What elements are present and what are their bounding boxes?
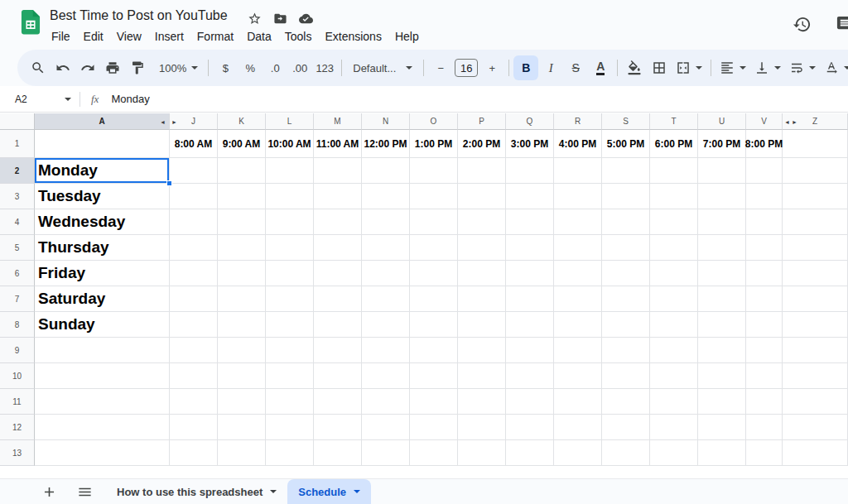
formula-input[interactable]: Monday [111,93,149,105]
cell-Z9[interactable] [783,338,848,363]
cell-A10[interactable] [35,363,170,389]
cell-U9[interactable] [698,338,746,363]
column-header-v[interactable]: V [746,113,783,130]
row-header-2[interactable]: 2 [0,158,35,184]
cell-N2[interactable] [362,158,410,184]
cell-M5[interactable] [314,235,362,261]
text-wrap-button[interactable] [785,55,820,80]
cell-A12[interactable] [35,415,170,440]
more-formats-button[interactable]: 123 [312,55,337,80]
cell-U7[interactable] [698,286,746,312]
cell-K11[interactable] [218,389,266,415]
cell-K8[interactable] [218,312,266,338]
cell-T2[interactable] [650,158,698,184]
sheet-tab-menu-caret-icon[interactable] [270,490,277,493]
cell-M8[interactable] [314,312,362,338]
cell-R5[interactable] [554,235,602,261]
column-header-s[interactable]: S [602,113,650,130]
cell-K7[interactable] [218,286,266,312]
cell-S7[interactable] [602,286,650,312]
cell-U13[interactable] [698,440,746,466]
cell-K9[interactable] [218,338,266,363]
column-header-z[interactable]: Z◄► [783,113,848,130]
cell-K5[interactable] [218,235,266,261]
cell-O12[interactable] [410,415,458,440]
cell-A1[interactable] [35,130,170,158]
cell-R9[interactable] [554,338,602,363]
cell-T6[interactable] [650,261,698,286]
font-size-input[interactable]: 16 [455,59,478,77]
cell-K12[interactable] [218,415,266,440]
cell-P2[interactable] [458,158,506,184]
cell-R12[interactable] [554,415,602,440]
cell-U3[interactable] [698,184,746,209]
cell-T8[interactable] [650,312,698,338]
cell-J9[interactable] [170,338,218,363]
column-header-p[interactable]: P [458,113,506,130]
cell-K4[interactable] [218,209,266,235]
cell-U4[interactable] [698,209,746,235]
column-header-j[interactable]: J► [170,113,218,130]
print-button[interactable] [100,55,125,80]
row-header-8[interactable]: 8 [0,312,35,338]
row-header-1[interactable]: 1 [0,130,35,158]
cell-V5[interactable] [746,235,783,261]
cell-P8[interactable] [458,312,506,338]
cell-T4[interactable] [650,209,698,235]
cell-L4[interactable] [266,209,314,235]
cell-A8[interactable]: Sunday [35,312,170,338]
cell-J6[interactable] [170,261,218,286]
cell-A5[interactable]: Thursday [35,235,170,261]
cell-O7[interactable] [410,286,458,312]
strikethrough-button[interactable]: S [563,55,588,80]
cell-J3[interactable] [170,184,218,209]
cell-O5[interactable] [410,235,458,261]
column-header-o[interactable]: O [410,113,458,130]
cell-Q13[interactable] [506,440,554,466]
cell-A7[interactable]: Saturday [35,286,170,312]
cell-N8[interactable] [362,312,410,338]
cell-L7[interactable] [266,286,314,312]
cell-O11[interactable] [410,389,458,415]
cell-O3[interactable] [410,184,458,209]
cell-R1[interactable]: 4:00 PM [554,130,602,158]
cell-V9[interactable] [746,338,783,363]
cell-Q12[interactable] [506,415,554,440]
cell-M10[interactable] [314,363,362,389]
cell-J1[interactable]: 8:00 AM [170,130,218,158]
cell-Q2[interactable] [506,158,554,184]
cell-L10[interactable] [266,363,314,389]
cell-O6[interactable] [410,261,458,286]
cell-Q9[interactable] [506,338,554,363]
cell-S11[interactable] [602,389,650,415]
cell-Q4[interactable] [506,209,554,235]
zoom-select[interactable]: 100% [153,55,204,80]
menu-file[interactable]: File [45,28,77,45]
cell-U12[interactable] [698,415,746,440]
comments-icon[interactable] [836,15,848,37]
cell-T12[interactable] [650,415,698,440]
cell-V10[interactable] [746,363,783,389]
cell-R13[interactable] [554,440,602,466]
horizontal-align-button[interactable] [716,55,750,80]
cell-K2[interactable] [218,158,266,184]
cell-M6[interactable] [314,261,362,286]
cell-K10[interactable] [218,363,266,389]
cell-T9[interactable] [650,338,698,363]
cell-P13[interactable] [458,440,506,466]
cell-U1[interactable]: 7:00 PM [698,130,746,158]
row-header-4[interactable]: 4 [0,209,35,235]
row-header-6[interactable]: 6 [0,261,35,286]
cloud-save-status-icon[interactable] [299,12,313,29]
column-header-n[interactable]: N [362,113,410,130]
row-header-12[interactable]: 12 [0,415,35,440]
cell-O13[interactable] [410,440,458,466]
cell-A13[interactable] [35,440,170,466]
cell-J13[interactable] [170,440,218,466]
cell-U2[interactable] [698,158,746,184]
paint-format-button[interactable] [125,55,150,80]
cell-S9[interactable] [602,338,650,363]
cell-M12[interactable] [314,415,362,440]
cell-Z4[interactable] [783,209,848,235]
cell-N3[interactable] [362,184,410,209]
